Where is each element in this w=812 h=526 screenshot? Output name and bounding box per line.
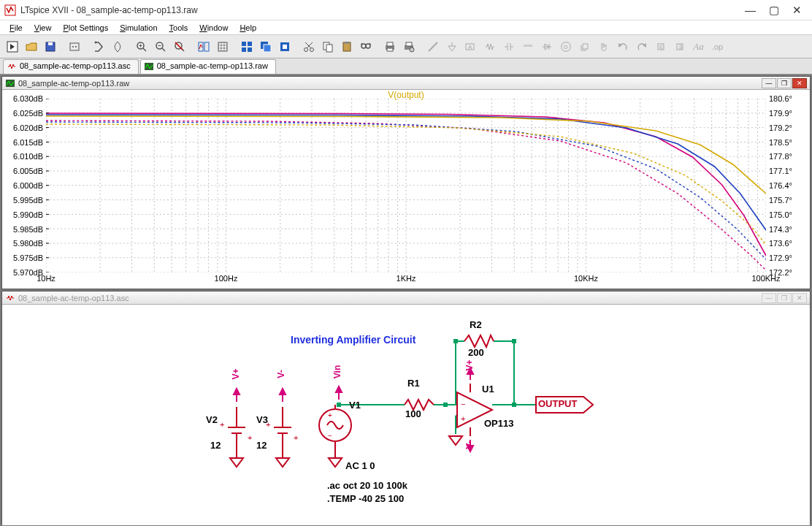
- open-button[interactable]: [22, 38, 40, 56]
- x-axis[interactable]: 10Hz100Hz1KHz10KHz100KHz: [46, 274, 766, 287]
- y-axis-left[interactable]: 6.030dB6.025dB6.020dB6.015dB6.010dB6.005…: [2, 99, 45, 272]
- menu-bar: File View Plot Settings Simulation Tools…: [0, 20, 812, 35]
- u1-model: OP113: [484, 418, 513, 429]
- plot-area[interactable]: V(output) 6.030dB6.025dB6.020dB6.015dB6.…: [2, 90, 810, 289]
- r1-name: R1: [407, 378, 420, 389]
- svg-rect-26: [242, 42, 246, 46]
- autorange-button[interactable]: [194, 38, 212, 56]
- tab-waveform[interactable]: 08_sample-ac-temp-op113.raw: [140, 59, 276, 74]
- schematic-canvas[interactable]: + + + + + −: [2, 305, 810, 525]
- capacitor-button[interactable]: [499, 38, 518, 56]
- spice-directive-button[interactable]: .op: [708, 38, 727, 56]
- menu-simulation[interactable]: Simulation: [115, 22, 162, 34]
- save-button[interactable]: [41, 38, 59, 56]
- cascade-button[interactable]: [256, 38, 275, 56]
- print-button[interactable]: [380, 38, 399, 56]
- svg-rect-39: [326, 45, 332, 52]
- close-all-button[interactable]: [275, 38, 294, 56]
- y-tick-left: 6.005dB: [13, 167, 43, 175]
- drag-button[interactable]: [594, 38, 613, 56]
- svg-point-6: [72, 46, 74, 47]
- svg-line-10: [143, 48, 146, 51]
- workspace: 08_sample-ac-temp-op113.raw — ❐ ✕ V(outp…: [0, 75, 812, 526]
- y-tick-left: 5.980dB: [13, 239, 43, 248]
- paste-button[interactable]: [337, 38, 356, 56]
- print-setup-button[interactable]: [399, 38, 418, 56]
- find-button[interactable]: [356, 38, 375, 56]
- panel-close-button[interactable]: ✕: [792, 293, 807, 303]
- panel-restore-button[interactable]: ❐: [777, 293, 792, 303]
- svg-marker-183: [280, 389, 286, 394]
- toggle-grid-button[interactable]: [213, 38, 231, 56]
- rotate-button[interactable]: E: [651, 38, 670, 56]
- y-tick-left: 6.025dB: [13, 109, 43, 118]
- zoom-back-button[interactable]: [151, 38, 169, 56]
- component-button[interactable]: D: [556, 38, 575, 56]
- schematic-icon: [7, 62, 17, 71]
- menu-window[interactable]: Window: [194, 22, 233, 34]
- undo-button[interactable]: [613, 38, 632, 56]
- ground-button[interactable]: [443, 38, 461, 56]
- svg-rect-19: [199, 42, 203, 51]
- net-vplus-u1: V+: [464, 359, 475, 370]
- new-schematic-button[interactable]: [3, 38, 21, 56]
- svg-text:−: −: [328, 432, 332, 440]
- svg-line-36: [307, 42, 313, 48]
- minimize-button[interactable]: —: [745, 4, 756, 17]
- waveform-icon: [144, 62, 154, 71]
- panel-close-button[interactable]: ✕: [792, 78, 807, 88]
- mirror-button[interactable]: ∃: [670, 38, 689, 56]
- x-tick: 10Hz: [37, 274, 55, 283]
- halt-button[interactable]: [108, 38, 126, 56]
- diode-button[interactable]: [537, 38, 556, 56]
- y-tick-left: 5.985dB: [13, 225, 43, 234]
- svg-marker-178: [329, 458, 342, 467]
- menu-tools[interactable]: Tools: [164, 22, 194, 34]
- panel-minimize-button[interactable]: —: [762, 293, 776, 303]
- tab-label: 08_sample-ac-temp-op113.raw: [157, 61, 268, 70]
- panel-title-bar[interactable]: 08_sample-ac-temp-op113.raw — ❐ ✕: [2, 77, 810, 90]
- plot-canvas[interactable]: [46, 99, 766, 272]
- text-button[interactable]: Aa: [689, 38, 708, 56]
- v2-name: V2: [206, 414, 218, 425]
- menu-view[interactable]: View: [29, 22, 57, 34]
- panel-minimize-button[interactable]: —: [762, 78, 776, 88]
- svg-rect-33: [283, 45, 287, 49]
- svg-marker-174: [230, 458, 243, 467]
- panel-title: 08_sample-ac-temp-op113.asc: [18, 294, 762, 302]
- tile-button[interactable]: [237, 38, 256, 56]
- move-button[interactable]: [575, 38, 594, 56]
- menu-plot-settings[interactable]: Plot Settings: [58, 22, 113, 34]
- svg-rect-146: [337, 403, 341, 407]
- menu-help[interactable]: Help: [234, 22, 261, 34]
- cut-button[interactable]: [299, 38, 318, 56]
- zoom-extents-button[interactable]: [170, 38, 188, 56]
- panel-restore-button[interactable]: ❐: [777, 78, 792, 88]
- run-button[interactable]: [89, 38, 107, 56]
- maximize-button[interactable]: ▢: [769, 4, 779, 17]
- zoom-area-button[interactable]: [132, 38, 150, 56]
- output-flag: OUTPUT: [538, 398, 577, 409]
- svg-point-7: [75, 46, 77, 47]
- copy-button[interactable]: [318, 38, 337, 56]
- inductor-button[interactable]: [518, 38, 537, 56]
- window-title: LTspice XVII - 08_sample-ac-temp-op113.r…: [20, 5, 745, 15]
- panel-title-bar[interactable]: 08_sample-ac-temp-op113.asc — ❐ ✕: [2, 291, 810, 305]
- resistor-button[interactable]: [480, 38, 499, 56]
- control-panel-button[interactable]: [65, 38, 83, 56]
- redo-button[interactable]: [632, 38, 651, 56]
- close-button[interactable]: ✕: [792, 4, 802, 17]
- tab-schematic[interactable]: 08_sample-ac-temp-op113.asc: [3, 59, 139, 74]
- svg-text:+: +: [461, 414, 465, 423]
- svg-line-14: [162, 48, 165, 51]
- r2-name: R2: [470, 319, 482, 330]
- spice-temp-cmd: .TEMP -40 25 100: [327, 493, 404, 504]
- y-tick-right: 178.5°: [769, 138, 792, 147]
- menu-file[interactable]: File: [4, 22, 28, 34]
- svg-point-35: [310, 47, 313, 51]
- y-axis-right[interactable]: 180.6°179.9°179.2°178.5°177.8°177.1°176.…: [767, 99, 810, 272]
- x-tick: 1KHz: [397, 274, 416, 283]
- label-net-button[interactable]: A: [461, 38, 480, 56]
- draw-wire-button[interactable]: [424, 38, 442, 56]
- svg-text:+: +: [294, 433, 298, 442]
